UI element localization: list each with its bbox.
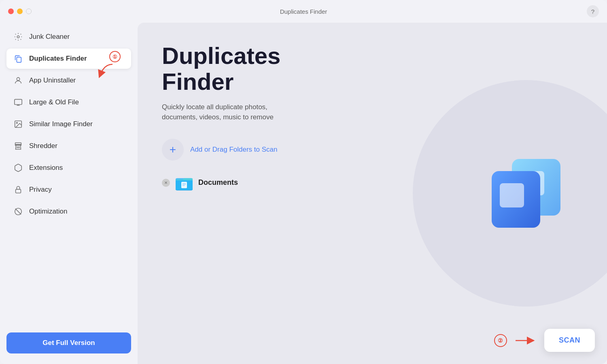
scan-button[interactable]: SCAN bbox=[544, 329, 595, 352]
svg-rect-3 bbox=[15, 99, 22, 105]
puzzle-icon bbox=[13, 163, 23, 173]
duplicates-finder-label: Duplicates Finder bbox=[29, 55, 87, 63]
sidebar-nav: Junk Cleaner Duplicates Finder ① bbox=[6, 27, 131, 328]
monitor-icon bbox=[13, 97, 23, 108]
duplicates-illustration bbox=[480, 151, 573, 236]
add-folder-label: Add or Drag Folders to Scan bbox=[190, 146, 277, 154]
close-button[interactable] bbox=[8, 8, 14, 14]
step2-badge: ② bbox=[494, 334, 507, 347]
get-full-version-button[interactable]: Get Full Version bbox=[6, 332, 131, 353]
gear-icon bbox=[13, 32, 23, 42]
minimize-button[interactable] bbox=[17, 8, 23, 14]
app-window: Duplicates Finder ? Junk Cleaner bbox=[0, 0, 607, 364]
step1-badge: ① bbox=[109, 51, 121, 62]
sidebar-item-privacy[interactable]: Privacy bbox=[6, 180, 131, 200]
shredder-label: Shredder bbox=[29, 142, 57, 150]
similar-image-label: Similar Image Finder bbox=[29, 120, 93, 128]
main-layout: Junk Cleaner Duplicates Finder ① bbox=[0, 23, 607, 364]
title-bar: Duplicates Finder ? bbox=[0, 0, 607, 23]
folder-name: Documents bbox=[198, 178, 238, 187]
add-folder-circle: + bbox=[162, 139, 184, 161]
help-button[interactable]: ? bbox=[587, 5, 599, 17]
scan-area: ② SCAN bbox=[494, 329, 595, 352]
svg-rect-15 bbox=[183, 184, 186, 184]
lock-icon bbox=[13, 184, 23, 195]
shredder-icon bbox=[13, 141, 23, 151]
svg-rect-7 bbox=[16, 189, 21, 193]
optimization-label: Optimization bbox=[29, 207, 67, 216]
svg-point-2 bbox=[17, 78, 19, 80]
large-old-file-label: Large & Old File bbox=[29, 98, 79, 106]
svg-point-5 bbox=[16, 122, 17, 123]
maximize-button[interactable] bbox=[26, 8, 32, 14]
app-name: Duplicates Finder bbox=[280, 8, 327, 15]
svg-rect-20 bbox=[500, 183, 524, 207]
person-icon bbox=[13, 75, 23, 86]
folder-icon bbox=[176, 175, 193, 190]
sidebar-item-duplicates-finder[interactable]: Duplicates Finder ① bbox=[6, 49, 131, 69]
svg-rect-1 bbox=[17, 57, 21, 62]
sidebar-item-app-uninstaller[interactable]: App Uninstaller bbox=[6, 70, 131, 91]
junk-cleaner-label: Junk Cleaner bbox=[29, 33, 70, 41]
optimization-icon bbox=[13, 206, 23, 217]
privacy-label: Privacy bbox=[29, 186, 52, 194]
sidebar-item-shredder[interactable]: Shredder bbox=[6, 136, 131, 156]
sidebar-item-large-old-file[interactable]: Large & Old File bbox=[6, 92, 131, 112]
add-folder-button[interactable]: + Add or Drag Folders to Scan bbox=[162, 139, 277, 161]
svg-rect-13 bbox=[181, 182, 187, 188]
content-area: DuplicatesFinder Quickly locate all dupl… bbox=[138, 23, 607, 364]
duplicate-icon bbox=[13, 53, 23, 64]
svg-rect-16 bbox=[183, 185, 185, 186]
traffic-lights bbox=[8, 8, 32, 14]
step2-arrow bbox=[514, 334, 538, 347]
sidebar-item-extensions[interactable]: Extensions bbox=[6, 158, 131, 178]
sidebar: Junk Cleaner Duplicates Finder ① bbox=[0, 23, 138, 364]
app-uninstaller-label: App Uninstaller bbox=[29, 76, 76, 85]
svg-line-9 bbox=[15, 209, 21, 214]
image-icon bbox=[13, 119, 23, 129]
svg-rect-14 bbox=[183, 183, 186, 183]
extensions-label: Extensions bbox=[29, 164, 63, 172]
folder-remove-button[interactable]: × bbox=[162, 179, 170, 187]
sidebar-item-junk-cleaner[interactable]: Junk Cleaner bbox=[6, 27, 131, 47]
svg-point-0 bbox=[17, 36, 19, 38]
sidebar-item-similar-image[interactable]: Similar Image Finder bbox=[6, 114, 131, 134]
sidebar-item-optimization[interactable]: Optimization bbox=[6, 201, 131, 222]
